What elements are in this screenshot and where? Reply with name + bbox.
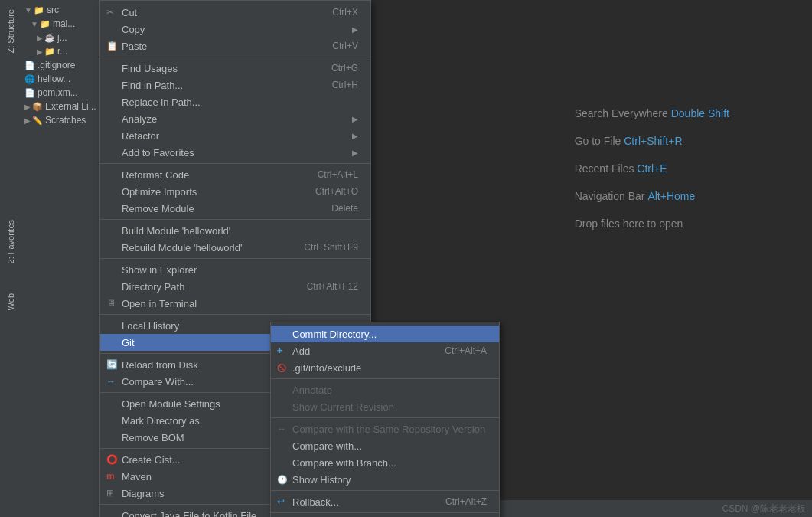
tree-item-helloworld[interactable]: 🌐 hellow... [21, 72, 106, 86]
rollback-icon: ↩ [277, 496, 285, 507]
sidebar-tab-structure[interactable]: Z: Structure [5, 3, 17, 59]
exclude-icon: 🚫 [277, 364, 286, 372]
submenu-compare-with[interactable]: Compare with... [271, 437, 499, 454]
tree-item-main[interactable]: ▼ 📁 mai... [21, 17, 106, 31]
submenu-rollback[interactable]: ↩ Rollback... Ctrl+Alt+Z [271, 493, 499, 510]
refactor-arrow: ▶ [352, 132, 358, 140]
history-icon: 🕐 [277, 475, 288, 485]
submenu-gitignore-exclude[interactable]: 🚫 .git/info/exclude [271, 359, 499, 376]
analyze-arrow: ▶ [352, 115, 358, 123]
menu-rebuild-module[interactable]: Rebuild Module 'helloworld' Ctrl+Shift+F… [100, 239, 370, 256]
tree-item-pomxml[interactable]: 📄 pom.xm... [21, 86, 106, 100]
file-tree: ▼ 📁 src ▼ 📁 mai... ▶ ☕ j... ▶ 📁 r... 📄 .… [21, 0, 106, 517]
menu-build-module[interactable]: Build Module 'helloworld' [100, 222, 370, 239]
hint-area: Search Everywhere Double Shift Go to Fil… [575, 107, 729, 230]
git-sep-4 [271, 512, 499, 513]
cut-icon: ✂ [106, 7, 114, 18]
compare-icon: ↔ [106, 376, 116, 387]
hint-recent-files: Recent Files Ctrl+E [575, 162, 729, 175]
add-icon: + [277, 345, 282, 356]
menu-replace-in-path[interactable]: Replace in Path... [100, 93, 370, 110]
tree-item-gitignore[interactable]: 📄 .gitignore [21, 58, 106, 72]
tree-item-scratches[interactable]: ▶ ✏️ Scratches [21, 113, 106, 127]
menu-copy[interactable]: Copy ▶ [100, 21, 370, 38]
git-sep-1 [271, 378, 499, 379]
submenu-show-history[interactable]: 🕐 Show History [271, 471, 499, 488]
menu-optimize-imports[interactable]: Optimize Imports Ctrl+Alt+O [100, 183, 370, 200]
submenu-compare-same-repo: ↔ Compare with the Same Repository Versi… [271, 420, 499, 437]
compare-same-icon: ↔ [277, 424, 286, 434]
menu-sep-4 [100, 258, 370, 259]
hint-go-to-file: Go to File Ctrl+Shift+R [575, 135, 729, 147]
menu-find-in-path[interactable]: Find in Path... Ctrl+H [100, 77, 370, 93]
diagrams-icon: ⊞ [106, 488, 114, 499]
menu-sep-2 [100, 163, 370, 164]
left-sidebar: Z: Structure 2: Favorites Web [0, 0, 21, 517]
menu-cut[interactable]: ✂ Cut Ctrl+X [100, 4, 370, 21]
menu-paste[interactable]: 📋 Paste Ctrl+V [100, 38, 370, 54]
menu-remove-module[interactable]: Remove Module Delete [100, 200, 370, 217]
tree-item-j[interactable]: ▶ ☕ j... [21, 31, 106, 44]
menu-refactor[interactable]: Refactor ▶ [100, 127, 370, 144]
tree-item-external-lib[interactable]: ▶ 📦 External Li... [21, 100, 106, 113]
menu-add-to-favorites[interactable]: Add to Favorites ▶ [100, 144, 370, 161]
menu-sep-3 [100, 219, 370, 220]
gist-icon: ⭕ [106, 454, 118, 465]
favorites-arrow: ▶ [352, 149, 358, 157]
copy-submenu-arrow: ▶ [352, 25, 358, 34]
maven-icon: m [106, 471, 115, 482]
submenu-annotate: Annotate [271, 381, 499, 398]
sidebar-tab-favorites[interactable]: 2: Favorites [5, 214, 17, 270]
submenu-compare-with-branch[interactable]: Compare with Branch... [271, 454, 499, 471]
git-sep-2 [271, 417, 499, 418]
git-submenu: Commit Directory... + Add Ctrl+Alt+A 🚫 .… [270, 322, 500, 517]
menu-directory-path[interactable]: Directory Path Ctrl+Alt+F12 [100, 278, 370, 295]
menu-analyze[interactable]: Analyze ▶ [100, 110, 370, 127]
hint-navigation-bar: Navigation Bar Alt+Home [575, 190, 729, 202]
submenu-show-current-revision: Show Current Revision [271, 398, 499, 415]
menu-find-usages[interactable]: Find Usages Ctrl+G [100, 60, 370, 77]
git-sep-3 [271, 490, 499, 491]
sidebar-tab-web[interactable]: Web [5, 287, 17, 316]
paste-icon: 📋 [106, 41, 118, 51]
menu-sep-1 [100, 57, 370, 57]
submenu-add[interactable]: + Add Ctrl+Alt+A [271, 342, 499, 359]
tree-item-r[interactable]: ▶ 📁 r... [21, 44, 106, 58]
watermark-text: CSDN @陈老老老板 [722, 502, 806, 515]
hint-search-everywhere: Search Everywhere Double Shift [575, 107, 729, 119]
menu-open-in-terminal[interactable]: 🖥 Open in Terminal [100, 295, 370, 312]
menu-reformat-code[interactable]: Reformat Code Ctrl+Alt+L [100, 166, 370, 183]
tree-item-src[interactable]: ▼ 📁 src [21, 3, 106, 17]
submenu-commit-directory[interactable]: Commit Directory... [271, 326, 499, 342]
terminal-icon: 🖥 [106, 298, 116, 309]
menu-show-in-explorer[interactable]: Show in Explorer [100, 261, 370, 278]
hint-drop-files: Drop files here to open [575, 218, 729, 230]
reload-icon: 🔄 [106, 359, 118, 370]
menu-sep-5 [100, 314, 370, 315]
